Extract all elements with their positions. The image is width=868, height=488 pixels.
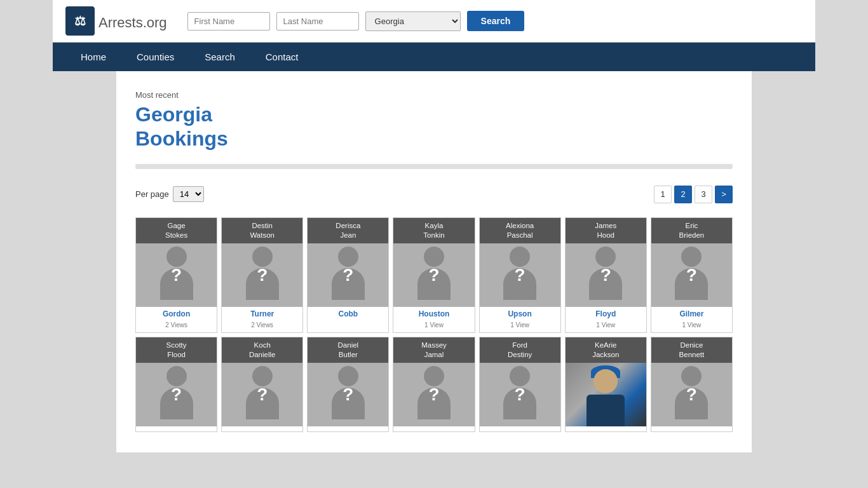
per-page-selector: Per page 14 28 42: [135, 186, 204, 202]
card-footer: Upson 1 View: [480, 307, 560, 332]
booking-card-gage-stokes[interactable]: GageStokes ? Gordon 2 Views: [135, 217, 217, 333]
nav-counties[interactable]: Counties: [121, 43, 189, 71]
card-photo: ?: [308, 363, 388, 426]
card-footer: Turner 2 Views: [222, 307, 302, 332]
card-photo: ?: [651, 363, 732, 426]
card-footer: [651, 426, 732, 431]
card-footer: [222, 426, 302, 431]
booking-grid: GageStokes ? Gordon 2 Views DestinW: [135, 217, 733, 432]
search-form: Georgia Alabama Florida Search: [187, 11, 525, 31]
card-photo: ?: [393, 243, 474, 307]
card-name: FordDestiny: [480, 337, 560, 363]
search-button[interactable]: Search: [467, 11, 525, 31]
page-title: Georgia Bookings: [135, 102, 733, 151]
content-wrapper: Most recent Georgia Bookings Per page 14…: [53, 71, 815, 452]
page-next[interactable]: >: [715, 186, 733, 203]
card-footer: Floyd 1 View: [566, 307, 646, 332]
booking-card-denice-bennett[interactable]: DeniceBennett ?: [651, 337, 733, 432]
card-name: ScottyFlood: [136, 337, 217, 363]
card-name: DeniceBennett: [651, 337, 732, 363]
booking-card-scotty-flood[interactable]: ScottyFlood ?: [135, 337, 217, 432]
card-footer: [308, 426, 388, 431]
card-footer: [566, 426, 646, 431]
card-photo: ?: [136, 363, 217, 426]
card-footer: [480, 426, 560, 431]
card-name: GageStokes: [136, 218, 217, 243]
controls-bar: Per page 14 28 42 1 2 3 >: [135, 182, 733, 207]
page-3[interactable]: 3: [695, 186, 712, 203]
card-photo: ?: [480, 243, 560, 307]
per-page-select[interactable]: 14 28 42: [173, 186, 204, 202]
last-name-input[interactable]: [276, 12, 359, 30]
page-title-line2: Bookings: [135, 127, 228, 150]
card-photo: ?: [222, 363, 302, 426]
logo[interactable]: ⚖ Arrests.org: [65, 6, 167, 36]
card-footer: Houston 1 View: [393, 307, 474, 332]
booking-card-derisca-jean[interactable]: DeriscaJean ? Cobb: [307, 217, 389, 333]
most-recent-label: Most recent: [135, 90, 733, 100]
booking-card-alexiona-paschal[interactable]: AlexionaPaschal ? Upson 1 View: [479, 217, 561, 333]
card-photo: [566, 363, 646, 426]
card-footer: Gordon 2 Views: [136, 307, 217, 332]
booking-card-ford-destiny[interactable]: FordDestiny ?: [479, 337, 561, 432]
card-name: AlexionaPaschal: [480, 218, 560, 243]
card-name: KaylaTonkin: [393, 218, 474, 243]
booking-card-daniel-butler[interactable]: DanielButler ?: [307, 337, 389, 432]
card-photo: ?: [566, 243, 646, 307]
page-title-line1: Georgia: [135, 103, 212, 126]
card-photo: ?: [480, 363, 560, 426]
card-name: DeriscaJean: [308, 218, 388, 243]
card-name: JamesHood: [566, 218, 646, 243]
card-photo: ?: [651, 243, 732, 307]
booking-card-kayla-tonkin[interactable]: KaylaTonkin ? Houston 1 View: [393, 217, 475, 333]
ad-bar: [135, 164, 733, 169]
nav-contact[interactable]: Contact: [250, 43, 314, 71]
first-name-input[interactable]: [187, 12, 270, 30]
booking-card-james-hood[interactable]: JamesHood ? Floyd 1 View: [565, 217, 647, 333]
nav-home[interactable]: Home: [65, 43, 121, 71]
card-photo: ?: [393, 363, 474, 426]
card-footer: Cobb: [308, 307, 388, 321]
card-name: EricBrieden: [651, 218, 732, 243]
card-footer: Gilmer 1 View: [651, 307, 732, 332]
booking-card-eric-brieden[interactable]: EricBrieden ? Gilmer 1 View: [651, 217, 733, 333]
card-name: KeArieJackson: [566, 337, 646, 363]
card-photo: ?: [136, 243, 217, 307]
main-content: Most recent Georgia Bookings Per page 14…: [116, 71, 752, 452]
main-nav: Home Counties Search Contact: [53, 43, 815, 71]
card-name: DanielButler: [308, 337, 388, 363]
page-2[interactable]: 2: [674, 186, 692, 203]
card-name: DestinWatson: [222, 218, 302, 243]
state-select[interactable]: Georgia Alabama Florida: [365, 11, 461, 31]
logo-arrests: Arrests: [98, 15, 143, 30]
card-footer: [393, 426, 474, 431]
nav-search[interactable]: Search: [189, 43, 250, 71]
card-photo: ?: [308, 243, 388, 307]
card-footer: [136, 426, 217, 431]
pagination: 1 2 3 >: [654, 186, 733, 203]
booking-card-kearie-jackson[interactable]: KeArieJackson: [565, 337, 647, 432]
page-1[interactable]: 1: [654, 186, 672, 203]
card-name: KochDanielle: [222, 337, 302, 363]
site-header: ⚖ Arrests.org Georgia Alabama Florida Se…: [53, 0, 815, 43]
logo-text: Arrests.org: [98, 10, 167, 32]
person-photo: [566, 363, 646, 426]
logo-icon: ⚖: [65, 6, 95, 36]
booking-card-massey-jamal[interactable]: MasseyJamal ?: [393, 337, 475, 432]
per-page-label: Per page: [135, 189, 169, 199]
logo-suffix: .org: [143, 15, 167, 30]
booking-card-koch-danielle[interactable]: KochDanielle ?: [221, 337, 303, 432]
card-photo: ?: [222, 243, 302, 307]
booking-card-destin-watson[interactable]: DestinWatson ? Turner 2 Views: [221, 217, 303, 333]
card-name: MasseyJamal: [393, 337, 474, 363]
